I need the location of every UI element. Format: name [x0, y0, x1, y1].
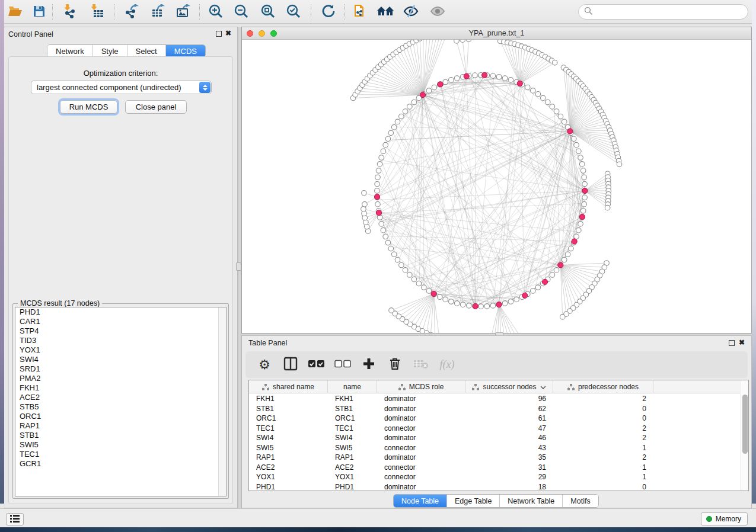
memory-button[interactable]: Memory — [701, 512, 748, 525]
column-label: shared name — [273, 383, 314, 391]
main-toolbar — [0, 0, 756, 24]
show-columns-button[interactable] — [282, 356, 299, 374]
zoom-fit-button[interactable] — [259, 4, 277, 20]
memory-status-icon — [706, 516, 712, 522]
table-cell: RAP1 — [328, 453, 377, 463]
mcds-result-item[interactable]: GCR1 — [15, 459, 226, 469]
floppy-disk-icon — [33, 5, 46, 20]
column-header-successor-nodes[interactable]: successor nodes — [465, 380, 553, 393]
table-cell: SWI4 — [249, 433, 328, 443]
table-row[interactable]: STB1STB1dominator620 — [249, 404, 740, 414]
mcds-result-item[interactable]: ORC1 — [15, 412, 226, 421]
float-panel-icon[interactable] — [216, 31, 222, 37]
tab-mcds[interactable]: MCDS — [166, 45, 205, 57]
close-panel-button[interactable]: Close panel — [125, 100, 187, 114]
column-label: name — [343, 383, 361, 391]
table-row[interactable]: ACE2ACE2connector311 — [249, 463, 740, 473]
show-hidden-button[interactable] — [429, 4, 446, 20]
column-label: predecessor nodes — [578, 383, 639, 391]
create-column-button[interactable] — [360, 356, 378, 374]
tab-edge-table[interactable]: Edge Table — [447, 495, 500, 507]
open-file-button[interactable] — [7, 4, 24, 20]
search-input[interactable] — [593, 6, 748, 18]
mcds-result-item[interactable]: STP4 — [15, 326, 226, 336]
tab-network-table[interactable]: Network Table — [500, 495, 563, 507]
shared-column-icon — [398, 384, 406, 390]
table-row[interactable]: SWI5SWI5connector431 — [249, 443, 740, 453]
mcds-result-item[interactable]: CAR1 — [15, 317, 226, 326]
float-panel-icon[interactable] — [729, 340, 735, 346]
tab-style[interactable]: Style — [93, 45, 127, 57]
close-panel-icon[interactable]: ✖ — [225, 29, 231, 37]
table-row[interactable]: PHD1PHD1dominator180 — [249, 482, 740, 491]
export-table-button[interactable] — [149, 4, 167, 20]
scrollbar-thumb[interactable] — [742, 395, 748, 454]
delete-column-button[interactable] — [386, 356, 404, 374]
deselect-all-columns-button[interactable] — [334, 356, 352, 374]
zoom-in-button[interactable] — [207, 4, 225, 20]
export-network-button[interactable] — [123, 4, 141, 20]
table-row[interactable]: ORC1ORC1dominator610 — [249, 414, 740, 424]
network-canvas[interactable] — [242, 40, 751, 333]
import-network-button[interactable] — [62, 4, 79, 20]
mcds-result-list[interactable]: PHD1CAR1STP4TID3YOX1SWI4SRD1PMA2FKH1ACE2… — [15, 307, 227, 496]
run-mcds-button[interactable]: Run MCDS — [60, 100, 117, 114]
zoom-selected-button[interactable] — [285, 4, 302, 20]
table-panel: Table Panel ✖ ⚙ — [241, 335, 752, 508]
mcds-result-item[interactable]: PMA2 — [15, 374, 226, 383]
table-cell: dominator — [377, 482, 465, 491]
column-header-name[interactable]: name — [328, 380, 377, 393]
mcds-result-item[interactable]: TID3 — [15, 336, 226, 345]
delete-table-button[interactable] — [412, 356, 430, 374]
mcds-result-item[interactable]: TEC1 — [15, 450, 226, 459]
memory-label: Memory — [716, 515, 741, 523]
function-builder-button[interactable]: f(x) — [438, 356, 456, 374]
first-neighbors-button[interactable] — [377, 4, 394, 20]
splitter-grip[interactable] — [236, 262, 241, 271]
zoom-out-button[interactable] — [232, 4, 250, 20]
table-row[interactable]: YOX1YOX1connector291 — [249, 472, 740, 482]
mcds-result-item[interactable]: ACE2 — [15, 393, 226, 402]
import-table-button[interactable] — [89, 4, 107, 20]
mcds-result-item[interactable]: PHD1 — [15, 307, 226, 317]
table-cell: RAP1 — [249, 453, 328, 463]
column-header-predecessor-nodes[interactable]: predecessor nodes — [553, 380, 653, 393]
mcds-result-item[interactable]: FKH1 — [15, 383, 226, 393]
tab-motifs[interactable]: Motifs — [563, 495, 598, 507]
column-header-MCDS-role[interactable]: MCDS role — [377, 380, 465, 393]
table-row[interactable]: RAP1RAP1dominator352 — [249, 453, 740, 463]
tab-select[interactable]: Select — [127, 45, 166, 57]
column-header-shared-name[interactable]: shared name — [249, 380, 328, 393]
table-cell: FKH1 — [328, 394, 377, 404]
mcds-result-item[interactable]: STB5 — [15, 402, 226, 412]
close-panel-icon[interactable]: ✖ — [739, 338, 745, 347]
tab-node-table[interactable]: Node Table — [394, 495, 447, 507]
mcds-result-item[interactable]: SWI5 — [15, 440, 226, 450]
export-image-button[interactable] — [174, 4, 192, 20]
vertical-splitter[interactable] — [238, 27, 241, 508]
mcds-list-scrollbar[interactable] — [218, 307, 226, 496]
table-scrollbar[interactable] — [741, 380, 748, 491]
show-log-button[interactable] — [6, 513, 24, 525]
table-cell: dominator — [377, 404, 465, 414]
hide-selected-button[interactable] — [402, 4, 420, 20]
select-all-columns-button[interactable] — [308, 356, 326, 374]
mcds-result-item[interactable]: STB1 — [15, 431, 226, 440]
refresh-icon — [321, 4, 336, 21]
new-network-from-selection-button[interactable] — [352, 4, 369, 20]
refresh-button[interactable] — [320, 4, 337, 20]
open-folder-icon — [8, 5, 23, 20]
table-row[interactable]: FKH1FKH1dominator962 — [249, 394, 740, 404]
search-box[interactable] — [578, 4, 748, 20]
mcds-result-item[interactable]: SWI4 — [15, 355, 226, 364]
zoom-in-icon — [208, 4, 224, 21]
tab-network[interactable]: Network — [47, 45, 93, 57]
mcds-result-item[interactable]: RAP1 — [15, 421, 226, 431]
criterion-select[interactable]: largest connected component (undirected) — [31, 81, 212, 94]
table-row[interactable]: SWI4SWI4dominator462 — [249, 433, 740, 443]
mcds-result-item[interactable]: YOX1 — [15, 345, 226, 355]
save-session-button[interactable] — [30, 4, 48, 20]
mcds-result-item[interactable]: SRD1 — [15, 364, 226, 374]
table-row[interactable]: TEC1TEC1connector472 — [249, 424, 740, 434]
table-settings-button[interactable]: ⚙ — [256, 356, 273, 374]
